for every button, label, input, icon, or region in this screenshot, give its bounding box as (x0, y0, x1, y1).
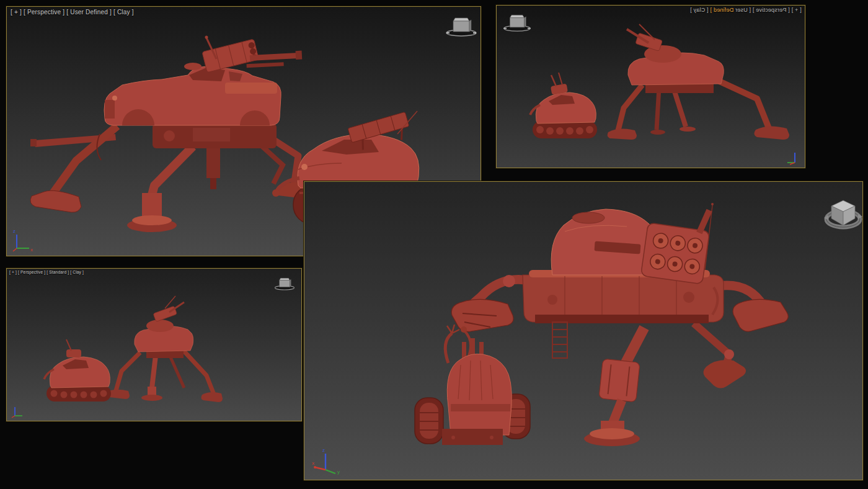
walker-mech-model[interactable] (107, 296, 223, 402)
walker-mech-model[interactable] (608, 24, 789, 140)
axis-y-label: y (337, 469, 340, 475)
tank-model[interactable] (44, 339, 111, 402)
axis-z-label: z (322, 447, 325, 453)
viewcube-icon[interactable] (273, 275, 296, 291)
axis-tripod-icon: z x y (312, 446, 343, 475)
viewport-label-mirrored[interactable]: [ + ] [ Perspective ] [ User Defined ] [… (690, 7, 802, 13)
tank-model[interactable] (415, 325, 530, 445)
axis-z-label: z (13, 228, 16, 234)
axis-tripod-icon (782, 148, 801, 165)
viewport-top-right[interactable]: [ + ] [ Perspective ] [ User Defined ] [… (496, 5, 805, 168)
label-suffix: [ Clay ] (690, 7, 710, 13)
scene-canvas[interactable] (497, 6, 805, 168)
scene-canvas[interactable] (7, 269, 301, 421)
viewcube-icon[interactable] (824, 197, 862, 231)
viewport-bottom-left[interactable]: [ + ] [ Perspective ] [ Standard ] [ Cla… (6, 268, 302, 421)
viewport-label[interactable]: [ + ] [ Perspective ] [ User Defined ] [… (11, 9, 134, 16)
axis-tripod-icon (10, 403, 26, 418)
scene-canvas[interactable] (304, 182, 862, 480)
viewport-label[interactable]: [ + ] [ Perspective ] [ Standard ] [ Cla… (9, 270, 84, 274)
tank-model[interactable] (530, 73, 597, 138)
axis-x-label: x (30, 247, 33, 252)
walker-mech-model[interactable] (30, 36, 318, 233)
viewport-bottom-right[interactable]: z x y (304, 181, 863, 480)
label-highlight: Defined ] (711, 7, 734, 13)
viewcube-icon[interactable] (444, 13, 479, 38)
label-prefix: [ + ] [ Perspective ] [ User (733, 7, 802, 13)
viewcube-icon[interactable] (502, 11, 533, 33)
axis-tripod-icon: z x (11, 227, 38, 252)
axis-x-label: x (312, 460, 314, 466)
